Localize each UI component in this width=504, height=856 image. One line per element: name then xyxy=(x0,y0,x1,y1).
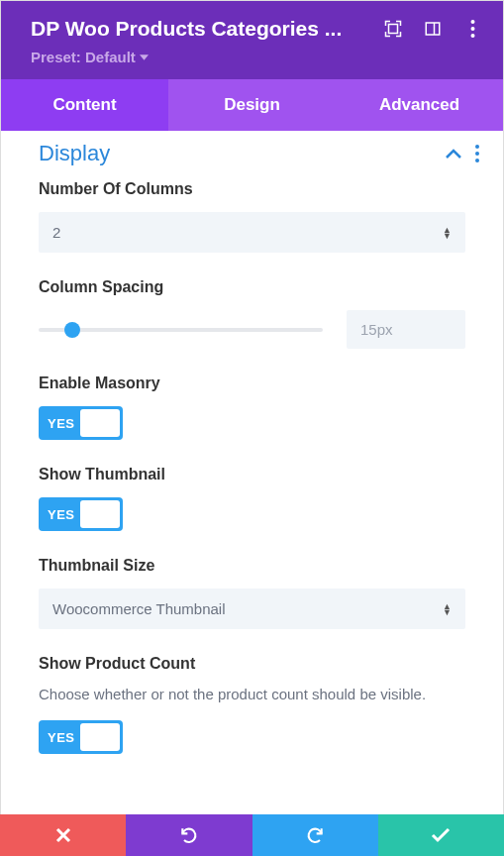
field-columns: Number Of Columns 2 ▲▼ xyxy=(39,180,465,253)
close-icon xyxy=(55,827,71,843)
section-title: Display xyxy=(39,141,110,166)
thumbsize-select[interactable]: Woocommerce Thumbnail ▲▼ xyxy=(39,588,465,629)
prodcount-toggle[interactable]: YES xyxy=(39,720,123,754)
section-header[interactable]: Display xyxy=(1,131,503,172)
field-thumbsize: Thumbnail Size Woocommerce Thumbnail ▲▼ xyxy=(39,557,465,629)
redo-icon xyxy=(305,825,325,845)
chevron-up-icon[interactable] xyxy=(446,149,461,159)
preset-dropdown[interactable]: Preset: Default xyxy=(31,49,481,65)
columns-label: Number Of Columns xyxy=(39,180,465,198)
tabs: Content Design Advanced xyxy=(1,79,503,131)
thumbsize-label: Thumbnail Size xyxy=(39,557,465,575)
tab-content[interactable]: Content xyxy=(1,79,168,131)
preset-label: Preset: Default xyxy=(31,49,136,65)
thumbnail-toggle[interactable]: YES xyxy=(39,497,123,531)
section-kebab-icon[interactable] xyxy=(475,145,479,162)
module-header: DP Woo Products Categories ... Preset: D… xyxy=(1,1,503,79)
content-panel: Number Of Columns 2 ▲▼ Column Spacing 15… xyxy=(1,172,503,802)
expand-icon[interactable] xyxy=(384,20,402,38)
spacing-slider[interactable] xyxy=(39,328,323,332)
prodcount-help: Choose whether or not the product count … xyxy=(39,683,465,706)
select-arrows-icon: ▲▼ xyxy=(443,227,452,239)
columns-value: 2 xyxy=(52,224,60,241)
svg-point-7 xyxy=(475,152,479,156)
field-spacing: Column Spacing 15px xyxy=(39,278,465,349)
check-icon xyxy=(431,827,451,843)
panel-icon[interactable] xyxy=(424,20,442,38)
module-title: DP Woo Products Categories ... xyxy=(31,17,376,41)
toggle-knob xyxy=(80,723,120,751)
svg-rect-0 xyxy=(389,25,398,34)
thumbnail-label: Show Thumbnail xyxy=(39,466,465,483)
toggle-yes-label: YES xyxy=(48,416,75,431)
masonry-toggle[interactable]: YES xyxy=(39,406,123,440)
prodcount-label: Show Product Count xyxy=(39,655,465,673)
field-prodcount: Show Product Count Choose whether or not… xyxy=(39,655,465,754)
field-masonry: Enable Masonry YES xyxy=(39,374,465,440)
svg-point-5 xyxy=(470,34,474,38)
spacing-label: Column Spacing xyxy=(39,278,465,296)
save-button[interactable] xyxy=(378,814,504,856)
tab-design[interactable]: Design xyxy=(168,79,336,131)
tab-advanced[interactable]: Advanced xyxy=(336,79,503,131)
svg-point-4 xyxy=(470,27,474,31)
toggle-knob xyxy=(80,409,120,437)
redo-button[interactable] xyxy=(252,814,378,856)
columns-select[interactable]: 2 ▲▼ xyxy=(39,212,465,253)
svg-rect-1 xyxy=(426,23,440,35)
svg-point-3 xyxy=(470,20,474,24)
toggle-yes-label: YES xyxy=(48,730,75,745)
masonry-label: Enable Masonry xyxy=(39,374,465,392)
thumbsize-value: Woocommerce Thumbnail xyxy=(52,600,226,617)
spacing-value[interactable]: 15px xyxy=(347,310,465,349)
undo-button[interactable] xyxy=(126,814,252,856)
chevron-down-icon xyxy=(140,54,149,60)
svg-point-6 xyxy=(475,145,479,149)
toggle-yes-label: YES xyxy=(48,507,75,522)
slider-thumb[interactable] xyxy=(64,322,80,338)
toggle-knob xyxy=(80,500,120,528)
svg-point-8 xyxy=(475,159,479,162)
kebab-menu-icon[interactable] xyxy=(463,20,481,38)
footer-actions xyxy=(0,814,504,856)
select-arrows-icon: ▲▼ xyxy=(443,603,452,615)
close-button[interactable] xyxy=(0,814,126,856)
field-thumbnail: Show Thumbnail YES xyxy=(39,466,465,531)
undo-icon xyxy=(179,825,199,845)
